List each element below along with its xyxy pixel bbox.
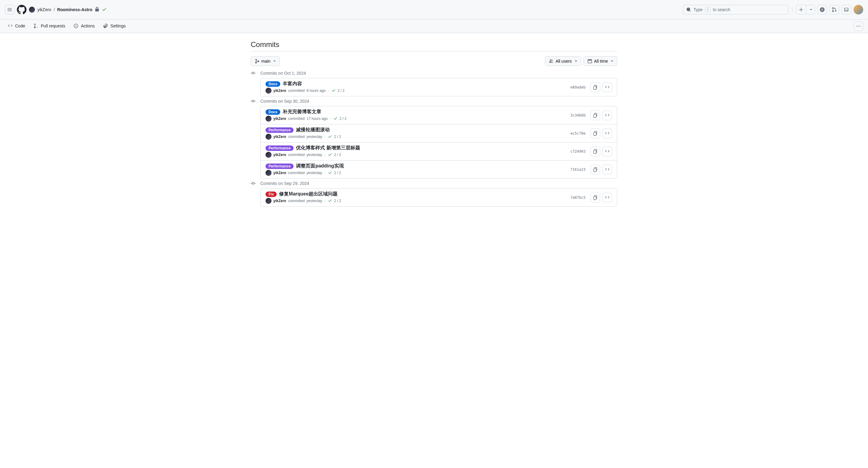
copy-hash-button[interactable] — [590, 82, 600, 92]
svg-point-2 — [857, 26, 858, 27]
commit-author-link[interactable]: yikZero — [273, 89, 286, 93]
commit-author-avatar[interactable] — [266, 134, 272, 140]
commit-committed-label: committed — [288, 171, 305, 175]
check-icon[interactable] — [328, 153, 332, 158]
repo-link[interactable]: Roominess-Astro — [57, 7, 93, 12]
branch-select-button[interactable]: main — [251, 56, 280, 66]
tab-code-label: Code — [15, 24, 25, 28]
commit-row: Performance调整页面padding实现yikZerocommitted… — [261, 160, 617, 178]
commit-author-link[interactable]: yikZero — [273, 135, 286, 139]
search-placeholder-suffix: to search — [713, 7, 730, 12]
commit-author-avatar[interactable] — [266, 88, 272, 94]
commit-title-link[interactable]: 丰富内容 — [283, 81, 302, 87]
tab-actions[interactable]: Actions — [70, 21, 98, 32]
commit-time: yesterday — [307, 153, 322, 157]
commit-title-link[interactable]: 优化博客样式 新增第三层标题 — [296, 145, 360, 151]
commit-author-link[interactable]: yikZero — [273, 116, 286, 121]
check-icon[interactable] — [328, 134, 332, 139]
commit-hash[interactable]: 3c34b6b — [570, 113, 586, 118]
users-icon — [549, 59, 554, 64]
commit-hash[interactable]: c724903 — [570, 149, 586, 154]
browse-code-button[interactable] — [602, 129, 612, 138]
check-icon[interactable] — [333, 116, 338, 121]
check-icon[interactable] — [328, 170, 332, 175]
branch-icon — [255, 59, 259, 64]
svg-point-0 — [822, 9, 823, 10]
check-icon[interactable] — [102, 7, 107, 13]
commit-author-avatar[interactable] — [266, 170, 272, 176]
filter-controls: main All users All time — [251, 56, 617, 66]
issues-button[interactable] — [817, 5, 827, 14]
branch-label: main — [261, 59, 270, 64]
commit-row: Performance优化博客样式 新增第三层标题yikZerocommitte… — [261, 142, 617, 160]
search-placeholder-prefix: Type — [693, 7, 703, 12]
add-button[interactable] — [796, 5, 815, 14]
repo-tabs: Code Pull requests Actions Settings — [0, 20, 868, 33]
commit-time: yesterday — [307, 135, 322, 139]
commit-author-avatar[interactable] — [266, 115, 272, 122]
commit-timeline-icon — [251, 71, 255, 76]
commit-author-avatar[interactable] — [266, 152, 272, 158]
svg-point-4 — [860, 26, 861, 27]
commit-hash[interactable]: 7a87bc5 — [570, 196, 586, 200]
owner-avatar[interactable] — [29, 7, 35, 13]
tab-pull-requests[interactable]: Pull requests — [30, 21, 68, 32]
copy-hash-button[interactable] — [590, 110, 600, 120]
browse-code-button[interactable] — [602, 147, 612, 156]
browse-code-button[interactable] — [602, 110, 612, 120]
copy-hash-button[interactable] — [590, 193, 600, 202]
commit-title-link[interactable]: 减慢轮播图滚动 — [296, 127, 330, 133]
check-icon[interactable] — [328, 198, 332, 204]
browse-code-button[interactable] — [602, 193, 612, 202]
chevron-down-icon — [611, 61, 613, 62]
commit-author-link[interactable]: yikZero — [273, 199, 286, 203]
breadcrumb: yikZero / Roominess-Astro — [29, 7, 107, 13]
commit-hash[interactable]: e89adeb — [570, 85, 586, 90]
commit-committed-label: committed — [288, 153, 305, 157]
commit-badge: Performance — [266, 164, 293, 169]
time-filter-button[interactable]: All time — [584, 56, 617, 66]
add-dropdown[interactable] — [806, 5, 815, 14]
copy-hash-button[interactable] — [590, 147, 600, 156]
commit-author-avatar[interactable] — [266, 198, 272, 204]
pull-request-button[interactable] — [830, 5, 839, 14]
users-label: All users — [555, 59, 572, 64]
repo-kebab-menu[interactable] — [854, 22, 863, 31]
commit-author-link[interactable]: yikZero — [273, 153, 286, 157]
tab-code[interactable]: Code — [5, 21, 28, 32]
commit-time: 8 hours ago — [307, 89, 326, 93]
commit-author-link[interactable]: yikZero — [273, 171, 286, 175]
owner-link[interactable]: yikZero — [37, 7, 51, 12]
commit-committed-label: committed — [288, 89, 305, 93]
github-logo[interactable] — [17, 5, 27, 14]
commit-status-count: 2 / 2 — [334, 171, 341, 175]
plus-icon[interactable] — [796, 5, 806, 14]
commit-status-count: 2 / 2 — [339, 116, 346, 121]
inbox-button[interactable] — [841, 5, 851, 14]
commit-status-count: 2 / 2 — [334, 135, 341, 139]
hamburger-icon — [7, 7, 12, 12]
copy-hash-button[interactable] — [590, 165, 600, 174]
browse-code-button[interactable] — [602, 82, 612, 92]
copy-hash-button[interactable] — [590, 129, 600, 138]
check-icon[interactable] — [332, 88, 336, 93]
commit-row: Docs补充完善博客文章yikZerocommitted17 hours ago… — [261, 106, 617, 124]
user-avatar[interactable] — [854, 5, 863, 14]
commit-title-link[interactable]: 修复Marquee超出区域问题 — [279, 191, 338, 197]
commit-title-link[interactable]: 调整页面padding实现 — [296, 163, 344, 169]
commit-list: Docs补充完善博客文章yikZerocommitted17 hours ago… — [260, 106, 617, 178]
browse-code-button[interactable] — [602, 165, 612, 174]
tab-settings[interactable]: Settings — [100, 21, 129, 32]
commit-badge: Fix — [266, 192, 277, 197]
commit-title-link[interactable]: 补充完善博客文章 — [283, 109, 321, 115]
search-input[interactable]: Type / to search — [683, 5, 788, 14]
commit-committed-label: committed — [288, 135, 305, 139]
commit-hash[interactable]: ec5c78e — [570, 131, 586, 136]
user-filter-button[interactable]: All users — [545, 56, 581, 66]
commit-group-header: Commits on Sep 29, 2024 — [251, 181, 617, 186]
calendar-icon — [587, 59, 592, 64]
commit-group-header: Commits on Sep 30, 2024 — [251, 99, 617, 104]
search-icon — [686, 7, 691, 12]
commit-hash[interactable]: 7161a23 — [570, 167, 586, 172]
hamburger-menu-button[interactable] — [5, 5, 14, 14]
